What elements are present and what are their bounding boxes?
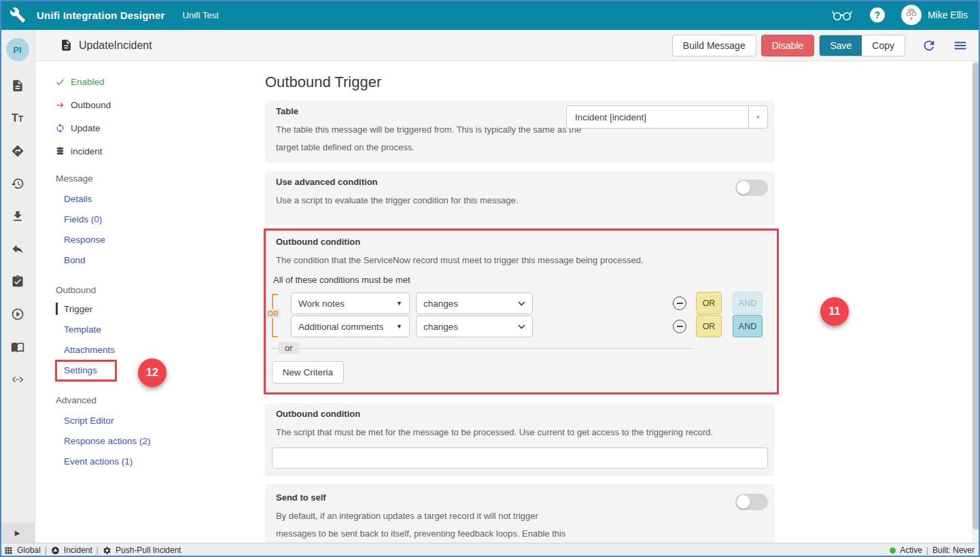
grid-icon (4, 546, 13, 555)
chevron-down-icon (518, 324, 525, 329)
arrow-right-icon (54, 99, 65, 110)
play-circle-icon[interactable] (0, 298, 35, 331)
nav-item-script-editor[interactable]: Script Editor (64, 412, 114, 428)
help-icon[interactable]: ? (870, 7, 885, 22)
nav-section-advanced: Advanced (56, 392, 97, 408)
integration-avatar[interactable]: PI (6, 38, 29, 61)
nav-item-fields[interactable]: Fields (0) (64, 211, 102, 227)
send-to-self-description: By default, if an integration updates a … (276, 507, 565, 543)
wrench-icon (10, 7, 26, 23)
top-bar-left: Unifi Integration Designer Unifi Test (10, 7, 219, 23)
condition-operator-select-2[interactable]: changes (416, 316, 533, 337)
expand-arrow-icon[interactable]: ▶ (0, 522, 35, 543)
record-title: UpdateIncident (79, 39, 152, 52)
conditions-note: All of these conditions must be met (273, 275, 410, 285)
or-button-1[interactable]: OR (696, 292, 722, 314)
active-item-bar (56, 303, 58, 315)
script-condition-label: Outbound condition (276, 409, 360, 419)
annotation-badge-12: 12 (138, 358, 167, 387)
app-title: Unifi Integration Designer (37, 10, 165, 21)
download-icon[interactable] (0, 200, 35, 233)
app-subtitle: Unifi Test (183, 10, 219, 20)
separator: | (97, 545, 99, 555)
toolbar-actions: Build Message Disable Save Copy (672, 35, 980, 56)
nav-item-trigger[interactable]: Trigger (64, 301, 92, 317)
condition-operator-value-1: changes (423, 299, 458, 309)
nav-item-response[interactable]: Response (64, 231, 105, 248)
chevron-down-icon[interactable]: ▼ (748, 106, 767, 128)
disable-button[interactable]: Disable (761, 35, 815, 56)
nav-item-attachments[interactable]: Attachments (64, 341, 115, 358)
condition-field-value-2: Additional comments (298, 322, 383, 332)
task-check-icon[interactable] (0, 265, 35, 298)
copy-button[interactable]: Copy (862, 35, 905, 56)
user-name[interactable]: Mike Ellis (928, 10, 968, 20)
nav-item-response-actions[interactable]: Response actions (2) (64, 433, 151, 449)
process-label[interactable]: Incident (64, 545, 92, 555)
refresh-icon[interactable] (922, 38, 937, 53)
history-icon[interactable] (0, 167, 35, 200)
annotation-badge-11: 11 (820, 297, 849, 326)
or-divider-chip: or (279, 342, 299, 354)
send-to-self-card: Send to self By default, if an integrati… (265, 484, 775, 543)
script-condition-input[interactable] (272, 448, 768, 469)
table-label: Table (276, 106, 298, 116)
nav-item-template[interactable]: Template (64, 321, 101, 337)
and-button-2[interactable]: AND (733, 315, 763, 337)
nav-section-outbound: Outbound (56, 282, 96, 298)
nav-item-settings[interactable]: Settings (64, 362, 97, 378)
book-icon[interactable] (0, 331, 35, 363)
send-to-self-toggle[interactable] (735, 494, 768, 510)
condition-operator-value-2: changes (423, 322, 458, 332)
table-select[interactable]: Incident [incident] ▼ (566, 105, 768, 129)
text-fields-icon[interactable]: TT (0, 102, 35, 135)
build-message-button[interactable]: Build Message (672, 35, 756, 56)
document-icon[interactable] (0, 69, 35, 102)
table-select-value: Incident [incident] (567, 106, 748, 128)
outbound-condition-script-card: Outbound condition The script that must … (265, 403, 775, 476)
user-avatar[interactable] (901, 5, 922, 25)
sync-icon (54, 122, 65, 133)
directions-icon[interactable] (0, 135, 35, 167)
send-desc-line1: By default, if an integration updates a … (276, 511, 538, 521)
glasses-icon[interactable] (832, 10, 852, 21)
reply-icon[interactable] (0, 233, 35, 265)
process-icon (51, 546, 60, 555)
remove-condition-button-2[interactable] (673, 320, 686, 333)
remove-condition-button-1[interactable] (673, 297, 686, 310)
save-copy-group: Save Copy (819, 35, 905, 56)
save-button[interactable]: Save (820, 35, 862, 56)
vertical-scrollbar[interactable] (972, 61, 980, 543)
and-button-1[interactable]: AND (733, 292, 763, 314)
nav-item-details[interactable]: Details (64, 190, 92, 207)
app-window: Unifi Integration Designer Unifi Test ? … (0, 0, 980, 557)
hamburger-menu-icon[interactable] (953, 38, 968, 53)
caret-down-icon: ▼ (396, 323, 402, 330)
scrollbar-thumb[interactable] (973, 63, 979, 530)
nav-item-event-actions[interactable]: Event actions (1) (64, 453, 133, 469)
send-desc-line2: messages to be sent back to itself, prev… (276, 528, 565, 539)
scope-label[interactable]: Global (17, 545, 41, 555)
icon-rail: PI TT ▶ (0, 30, 35, 543)
toggle-knob (737, 181, 750, 195)
advanced-condition-toggle[interactable] (735, 180, 768, 196)
condition-field-select-2[interactable]: Additional comments ▼ (291, 316, 410, 337)
condition-field-value-1: Work notes (298, 299, 345, 309)
built-label: Built: Never (932, 545, 975, 555)
advanced-condition-description: Use a script to evaluate the trigger con… (276, 192, 518, 209)
condition-field-select-1[interactable]: Work notes ▼ (291, 292, 410, 314)
advanced-condition-card: Use advanced condition Use a script to e… (265, 171, 775, 225)
active-status-label: Active (900, 545, 922, 555)
code-icon[interactable] (0, 363, 35, 396)
check-icon (54, 76, 65, 87)
top-bar: Unifi Integration Designer Unifi Test ? … (0, 0, 980, 30)
new-criteria-button[interactable]: New Criteria (272, 361, 344, 384)
group-operator-chip: OR (266, 309, 281, 318)
top-bar-right: ? Mike Ellis (832, 5, 968, 25)
table-card: Table The table this message will be tri… (265, 101, 775, 163)
or-button-2[interactable]: OR (696, 315, 722, 337)
integration-label[interactable]: Push-Pull Incident (116, 545, 181, 555)
nav-item-bond[interactable]: Bond (64, 252, 86, 268)
condition-operator-select-1[interactable]: changes (416, 292, 533, 314)
main-content: Outbound Trigger Table The table this me… (245, 61, 972, 543)
